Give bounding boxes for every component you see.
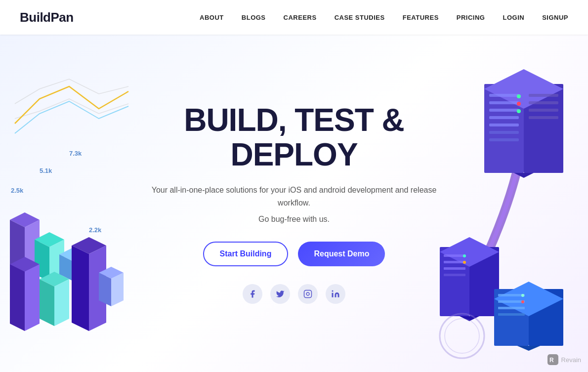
nav-pricing[interactable]: PRICING <box>457 14 485 21</box>
svg-rect-41 <box>529 101 558 104</box>
linkedin-icon[interactable] <box>326 284 345 304</box>
svg-point-65 <box>521 294 524 297</box>
svg-rect-43 <box>529 116 558 119</box>
hero-subtitle: Your all-in-one-place solutions for your… <box>151 184 437 209</box>
nav-blogs[interactable]: BLOGS <box>242 14 266 21</box>
svg-point-46 <box>517 109 521 113</box>
svg-text:R: R <box>549 357 554 364</box>
svg-text:2.5k: 2.5k <box>11 187 24 194</box>
nav-login[interactable]: LOGIN <box>503 14 524 21</box>
hero-title: BUILD, TEST & DEPLOY <box>151 103 437 172</box>
svg-point-44 <box>517 94 521 98</box>
svg-point-28 <box>332 290 334 292</box>
revain-badge: R Revain <box>547 354 581 365</box>
svg-rect-64 <box>498 313 525 316</box>
svg-rect-53 <box>444 267 465 270</box>
svg-rect-52 <box>444 261 465 263</box>
hero-tagline: Go bug-free with us. <box>151 215 437 224</box>
svg-point-68 <box>445 319 479 353</box>
svg-marker-14 <box>10 264 25 331</box>
svg-text:7.3k: 7.3k <box>69 150 82 157</box>
nav-signup[interactable]: SIGNUP <box>542 14 568 21</box>
hero-buttons: Start Building Request Demo <box>151 242 437 266</box>
nav-features[interactable]: FEATURES <box>403 14 439 21</box>
svg-point-66 <box>521 300 524 303</box>
svg-rect-42 <box>529 109 558 112</box>
svg-rect-37 <box>489 124 519 126</box>
svg-marker-15 <box>25 264 40 331</box>
svg-rect-63 <box>498 307 525 309</box>
main-nav: ABOUT BLOGS CAREERS CASE STUDIES FEATURE… <box>200 14 568 21</box>
svg-marker-24 <box>111 273 124 306</box>
request-demo-button[interactable]: Request Demo <box>298 242 385 266</box>
svg-rect-25 <box>304 290 312 298</box>
svg-rect-38 <box>489 131 519 134</box>
svg-rect-62 <box>498 300 525 303</box>
svg-rect-51 <box>444 254 465 257</box>
svg-marker-17 <box>40 279 54 326</box>
hero-section: 2.5k 5.1k 7.3k 2.2k <box>0 35 588 372</box>
nav-about[interactable]: ABOUT <box>200 14 224 21</box>
svg-rect-39 <box>489 138 519 141</box>
nav-case-studies[interactable]: CASE STUDIES <box>335 14 385 21</box>
start-building-button[interactable]: Start Building <box>203 242 289 266</box>
svg-text:2.2k: 2.2k <box>89 226 102 234</box>
svg-rect-35 <box>489 109 519 112</box>
twitter-icon[interactable] <box>270 284 290 304</box>
social-icons <box>151 284 437 304</box>
svg-rect-34 <box>489 101 519 104</box>
left-decoration: 2.5k 5.1k 7.3k 2.2k <box>0 64 158 351</box>
facebook-icon[interactable] <box>243 284 262 304</box>
svg-text:5.1k: 5.1k <box>40 167 52 174</box>
svg-rect-40 <box>529 94 558 97</box>
header: BuildPan ABOUT BLOGS CAREERS CASE STUDIE… <box>0 0 588 35</box>
svg-rect-61 <box>498 294 525 296</box>
logo[interactable]: BuildPan <box>20 10 74 25</box>
svg-rect-27 <box>332 293 334 297</box>
nav-careers[interactable]: CAREERS <box>284 14 317 21</box>
right-decoration <box>430 54 588 371</box>
svg-rect-54 <box>444 274 465 276</box>
hero-content: BUILD, TEST & DEPLOY Your all-in-one-pla… <box>151 103 437 304</box>
svg-point-45 <box>517 102 521 106</box>
svg-point-56 <box>463 261 466 264</box>
revain-label: Revain <box>561 356 581 364</box>
svg-marker-23 <box>99 273 111 306</box>
svg-rect-36 <box>489 116 519 119</box>
svg-marker-18 <box>54 279 69 326</box>
svg-marker-20 <box>72 246 89 331</box>
svg-point-67 <box>440 314 484 358</box>
instagram-icon[interactable] <box>298 284 318 304</box>
svg-point-55 <box>463 254 466 257</box>
svg-rect-33 <box>489 94 519 97</box>
